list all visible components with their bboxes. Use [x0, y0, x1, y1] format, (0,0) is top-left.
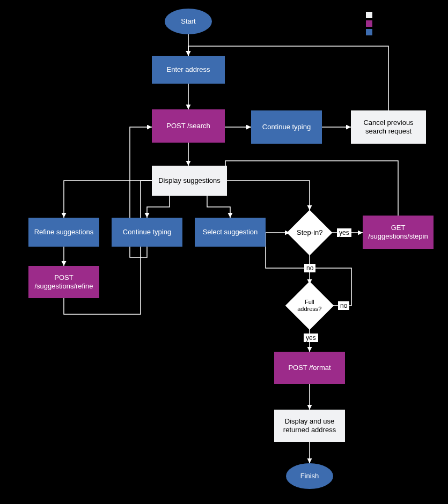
display-suggestions-node: Display suggestions [152, 166, 227, 196]
display-return-node: Display and use returned address [274, 410, 345, 442]
display-suggestions-label: Display suggestions [158, 176, 221, 185]
continue-typing-mid-node: Continue typing [112, 218, 182, 247]
full-no-label: no [338, 301, 349, 310]
start-node: Start [165, 9, 212, 34]
step-in-label: Step-in? [297, 228, 322, 237]
get-stepin-label: GET /suggestions/stepin [365, 224, 431, 240]
enter-address-node: Enter address [152, 56, 225, 84]
display-return-label: Display and use returned address [276, 417, 343, 434]
start-label: Start [181, 17, 195, 26]
full-address-label: Full address? [295, 299, 325, 313]
flowchart-canvas: Start Enter address POST /search Continu… [0, 0, 448, 504]
step-in-yes-label: yes [337, 228, 351, 237]
continue-typing-top-node: Continue typing [251, 110, 322, 144]
post-search-node: POST /search [152, 109, 225, 143]
refine-suggestions-label: Refine suggestions [34, 228, 94, 236]
post-refine-node: POST /suggestions/refine [28, 266, 99, 298]
refine-suggestions-node: Refine suggestions [28, 218, 99, 247]
get-stepin-node: GET /suggestions/stepin [363, 216, 434, 249]
post-refine-label: POST /suggestions/refine [31, 273, 97, 290]
cancel-previous-label: Cancel previous search request [353, 118, 424, 135]
continue-typing-mid-label: Continue typing [123, 228, 171, 236]
post-format-node: POST /format [274, 352, 345, 384]
select-suggestion-node: Select suggestion [195, 218, 266, 247]
cancel-previous-node: Cancel previous search request [351, 110, 426, 144]
select-suggestion-label: Select suggestion [203, 228, 258, 236]
step-in-no-label: no [304, 264, 315, 272]
continue-typing-top-label: Continue typing [262, 123, 311, 131]
post-search-label: POST /search [166, 122, 210, 130]
finish-label: Finish [300, 472, 319, 480]
enter-address-label: Enter address [167, 65, 210, 74]
post-format-label: POST /format [288, 364, 331, 372]
finish-node: Finish [286, 463, 333, 489]
full-yes-label: yes [304, 333, 318, 342]
